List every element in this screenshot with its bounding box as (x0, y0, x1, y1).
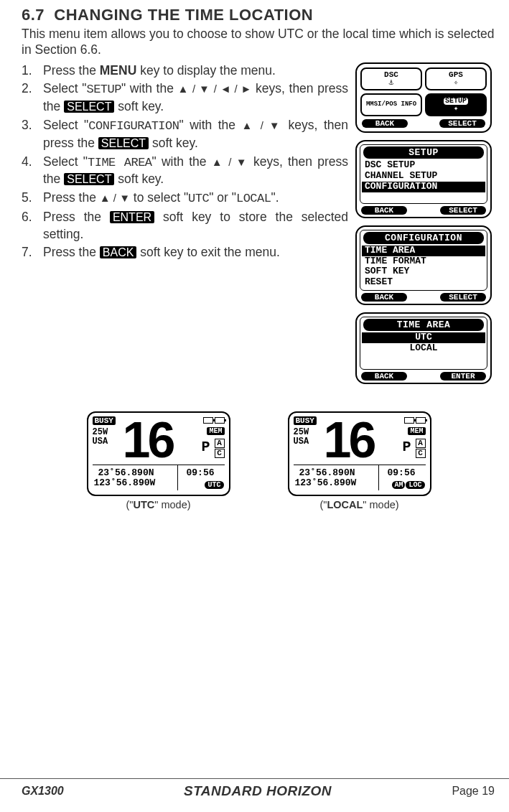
wrench-icon: ✦ (454, 105, 459, 113)
ship-icon: ⚓ (389, 79, 394, 87)
enter-softkey: ENTER (110, 211, 154, 223)
menu-tile-gps: GPS✧ (425, 67, 487, 90)
channel-group: USA (93, 437, 108, 447)
section-number: 6.7 (22, 6, 45, 24)
lcd-title: TIME AREA (363, 319, 484, 331)
lcd-title: SETUP (363, 146, 484, 159)
back-softkey: BACK (361, 206, 407, 215)
time-value: 09:56 (186, 467, 214, 478)
back-softkey: BACK (362, 119, 408, 128)
list-item-selected: TIME AREA (362, 246, 485, 256)
arrow-keys-icon: ▲ / ▼ (242, 119, 283, 131)
busy-badge: BUSY (294, 416, 317, 425)
lcd-configuration-menu: CONFIGURATION TIME AREA TIME FORMAT SOFT… (355, 225, 492, 306)
back-softkey: BACK (100, 246, 137, 258)
longitude: 123˚56.890W (94, 477, 156, 488)
select-softkey: SELECT (440, 293, 486, 302)
battery-icon (203, 417, 225, 424)
page-footer: GX1300 STANDARD HORIZON Page 19 (0, 778, 509, 799)
channel-group: USA (294, 437, 309, 447)
step-3: Select "CONFIGURATION" with the ▲ / ▼ ke… (43, 117, 348, 152)
lcd-main-menu: DSC⚓ GPS✧ MMSI/POS INFO SETUP✦ BACK SELE… (355, 62, 492, 133)
select-softkey: SELECT (440, 206, 486, 215)
arrow-keys-icon: ▲ / ▼ (100, 192, 130, 204)
satellite-icon: ✧ (454, 79, 459, 87)
time-value: 09:56 (387, 467, 415, 478)
back-softkey: BACK (361, 293, 407, 302)
page-number: Page 19 (452, 785, 495, 798)
channel-number: 16 (324, 411, 374, 469)
select-softkey: SELECT (64, 173, 114, 185)
menu-tile-setup-selected: SETUP✦ (425, 93, 487, 116)
step-2: Select "SETUP" with the ▲ / ▼ / ◄ / ► ke… (43, 80, 348, 116)
brand-logo: STANDARD HORIZON (184, 783, 332, 799)
channel-number: 16 (123, 411, 173, 469)
step-1: Press the MENU key to display the menu. (43, 62, 348, 80)
time-mode-tag: UTC (205, 477, 223, 490)
p-indicator: P (201, 439, 210, 455)
list-item-selected: CONFIGURATION (362, 182, 485, 192)
latitude: 23˚56.890N (299, 467, 355, 478)
lcd-radio-utc-mode: BUSY 25W USA 16 MEM P AC 23˚56.890N 123˚… (87, 411, 230, 496)
list-item: LOCAL (362, 343, 485, 354)
mem-badge: MEM (207, 427, 224, 435)
step-7: Press the BACK soft key to exit the menu… (43, 244, 348, 261)
enter-softkey: ENTER (440, 372, 486, 381)
lcd-title: CONFIGURATION (363, 232, 484, 244)
list-item: CHANNEL SETUP (362, 171, 485, 182)
ac-indicator: AC (416, 439, 426, 459)
tx-power: 25W (93, 427, 108, 437)
select-softkey: SELECT (98, 137, 149, 149)
back-softkey: BACK (361, 372, 407, 381)
step-4: Select "TIME AREA" with the ▲ / ▼ keys, … (43, 154, 348, 189)
local-mode-caption: ("LOCAL" mode) (319, 499, 398, 510)
battery-icon (404, 417, 426, 424)
arrow-keys-icon: ▲ / ▼ (212, 156, 248, 168)
menu-hardkey: MENU (100, 63, 137, 78)
list-item: RESET (362, 277, 485, 288)
step-5: Press the ▲ / ▼ to select "UTC" or "LOCA… (43, 190, 348, 207)
arrow-keys-icon: ▲ / ▼ / ◄ / ► (178, 83, 252, 95)
mem-badge: MEM (408, 427, 425, 435)
longitude: 123˚56.890W (295, 477, 357, 488)
steps-list: 1. Press the MENU key to display the men… (22, 62, 348, 261)
list-item: TIME FORMAT (362, 256, 485, 267)
utc-mode-caption: ("UTC" mode) (126, 499, 190, 510)
tx-power: 25W (294, 427, 309, 437)
latitude: 23˚56.890N (98, 467, 154, 478)
select-softkey: SELECT (64, 101, 114, 113)
busy-badge: BUSY (93, 416, 116, 425)
section-heading: 6.7 CHANGING THE TIME LOCATION (22, 6, 496, 24)
model-number: GX1300 (22, 785, 64, 798)
lcd-setup-menu: SETUP DSC SETUP CHANNEL SETUP CONFIGURAT… (355, 140, 492, 218)
p-indicator: P (402, 439, 411, 455)
menu-tile-dsc: DSC⚓ (360, 67, 422, 90)
list-item-selected: UTC (362, 332, 485, 343)
list-item: DSC SETUP (362, 160, 485, 171)
lcd-radio-local-mode: BUSY 25W USA 16 MEM P AC 23˚56.890N 123˚… (288, 411, 431, 496)
time-mode-tag: AMLOC (392, 477, 424, 490)
lcd-timearea-menu: TIME AREA UTC LOCAL BACK ENTER (355, 312, 492, 384)
list-item: SOFT KEY (362, 266, 485, 277)
section-intro: This menu item allows you to choose to s… (22, 26, 496, 58)
ac-indicator: AC (215, 439, 225, 459)
step-6: Press the ENTER soft key to store the se… (43, 209, 348, 243)
select-softkey: SELECT (439, 119, 485, 128)
section-title-text: CHANGING THE TIME LOCATION (54, 6, 313, 24)
menu-tile-mmsi: MMSI/POS INFO (360, 93, 422, 116)
